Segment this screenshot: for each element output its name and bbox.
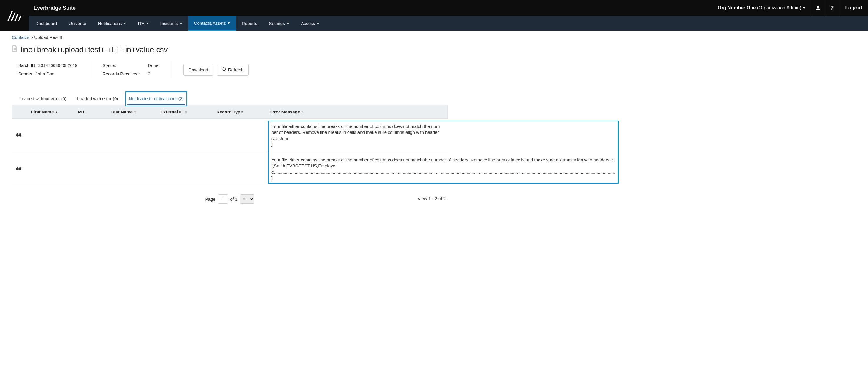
chevron-down-icon bbox=[227, 22, 230, 24]
error-message-cell: Your file either contains line breaks or… bbox=[269, 155, 617, 183]
file-icon bbox=[12, 45, 18, 54]
col-error-message[interactable]: Error Message⇅ bbox=[270, 109, 443, 114]
svg-rect-6 bbox=[17, 167, 18, 168]
user-icon[interactable] bbox=[811, 0, 825, 16]
tab-label: Loaded with error (0) bbox=[77, 96, 118, 101]
help-icon[interactable]: ? bbox=[825, 0, 839, 16]
chevron-down-icon bbox=[317, 23, 319, 24]
page-of: of 1 bbox=[230, 197, 238, 202]
nav-ita[interactable]: ITA bbox=[132, 16, 154, 31]
breadcrumb-sep: > bbox=[30, 35, 33, 40]
status-label: Status: bbox=[102, 63, 116, 68]
col-first-name[interactable]: First Name bbox=[31, 109, 78, 114]
records-value: 2 bbox=[148, 71, 150, 76]
sort-asc-icon bbox=[55, 111, 58, 114]
nav-label: Access bbox=[301, 21, 315, 26]
logo-icon bbox=[6, 9, 23, 22]
table-row: Your file either contains line breaks or… bbox=[12, 152, 447, 186]
svg-point-1 bbox=[19, 134, 22, 137]
refresh-icon bbox=[222, 67, 226, 72]
nav-contacts-assets[interactable]: Contacts/Assets bbox=[188, 16, 236, 31]
upload-meta: Batch ID: 3014766394082619 Sender: John … bbox=[12, 60, 447, 84]
button-label: Refresh bbox=[228, 67, 244, 72]
nav-label: Incidents bbox=[160, 21, 178, 26]
chevron-down-icon bbox=[287, 23, 289, 24]
batch-id-label: Batch ID: bbox=[18, 63, 36, 68]
org-name: Org Number One bbox=[718, 5, 756, 10]
col-last-name[interactable]: Last Name⇅ bbox=[111, 109, 160, 114]
error-text: Your file either contains line breaks or… bbox=[272, 124, 440, 147]
page-input[interactable] bbox=[218, 194, 228, 204]
sender-value: John Doe bbox=[36, 71, 55, 76]
records-label: Records Received: bbox=[102, 71, 140, 76]
chevron-down-icon bbox=[803, 7, 805, 9]
tab-not-loaded-critical[interactable]: Not loaded - critical error (2) bbox=[127, 93, 185, 105]
sort-icon: ⇅ bbox=[134, 111, 136, 114]
org-switcher[interactable]: Org Number One (Organization Admin) bbox=[713, 0, 811, 16]
divider bbox=[171, 61, 171, 78]
error-message-cell: Your file either contains line breaks or… bbox=[269, 122, 443, 149]
svg-rect-7 bbox=[20, 167, 21, 168]
download-button[interactable]: Download bbox=[183, 64, 213, 76]
page-label: Page bbox=[205, 197, 215, 202]
main-nav: Dashboard Universe Notifications ITA Inc… bbox=[0, 16, 868, 31]
breadcrumb: Contacts > Upload Result bbox=[12, 35, 447, 40]
brand-title: Everbridge Suite bbox=[34, 5, 76, 11]
col-label: Error Message bbox=[270, 109, 300, 114]
col-label: Record Type bbox=[216, 109, 243, 114]
tab-label: Not loaded - critical error (2) bbox=[129, 96, 184, 101]
button-label: Download bbox=[188, 67, 208, 72]
tab-loaded-without-error[interactable]: Loaded without error (0) bbox=[18, 93, 68, 105]
logout-link[interactable]: Logout bbox=[839, 0, 868, 16]
nav-access[interactable]: Access bbox=[295, 16, 325, 31]
table-row: Your file either contains line breaks or… bbox=[12, 119, 447, 152]
view-record-icon[interactable] bbox=[16, 166, 31, 172]
col-label: M.I. bbox=[78, 109, 85, 114]
breadcrumb-current: Upload Result bbox=[34, 35, 62, 40]
view-record-icon[interactable] bbox=[16, 132, 31, 139]
nav-label: Universe bbox=[69, 21, 86, 26]
sort-icon: ⇅ bbox=[185, 111, 187, 114]
view-range: View 1 - 2 of 2 bbox=[417, 196, 446, 201]
col-external-id[interactable]: External ID⇅ bbox=[160, 109, 216, 114]
chevron-down-icon bbox=[124, 23, 126, 24]
error-text: Your file either contains line breaks or… bbox=[272, 157, 615, 180]
svg-rect-2 bbox=[17, 133, 18, 135]
sort-icon: ⇅ bbox=[301, 111, 304, 114]
svg-point-5 bbox=[19, 168, 22, 170]
nav-label: Notifications bbox=[98, 21, 122, 26]
table-header-row: First Name M.I. Last Name⇅ External ID⇅ … bbox=[12, 105, 447, 119]
svg-rect-3 bbox=[20, 133, 21, 135]
nav-notifications[interactable]: Notifications bbox=[92, 16, 132, 31]
pagination: Page of 1 25 View 1 - 2 of 2 bbox=[12, 194, 447, 204]
col-record-type[interactable]: Record Type bbox=[216, 109, 270, 114]
nav-settings[interactable]: Settings bbox=[263, 16, 295, 31]
nav-label: Settings bbox=[269, 21, 285, 26]
nav-label: Reports bbox=[242, 21, 257, 26]
tab-loaded-with-error[interactable]: Loaded with error (0) bbox=[76, 93, 119, 105]
nav-incidents[interactable]: Incidents bbox=[155, 16, 188, 31]
chevron-down-icon bbox=[180, 23, 182, 24]
nav-dashboard[interactable]: Dashboard bbox=[29, 16, 63, 31]
col-label: Last Name bbox=[111, 109, 133, 114]
chevron-down-icon bbox=[146, 23, 149, 24]
result-tabs: Loaded without error (0) Loaded with err… bbox=[12, 93, 447, 105]
nav-reports[interactable]: Reports bbox=[236, 16, 263, 31]
tab-label: Loaded without error (0) bbox=[20, 96, 66, 101]
top-header: Everbridge Suite Org Number One (Organiz… bbox=[0, 0, 868, 16]
results-table: First Name M.I. Last Name⇅ External ID⇅ … bbox=[12, 105, 447, 186]
nav-label: Dashboard bbox=[35, 21, 57, 26]
nav-universe[interactable]: Universe bbox=[63, 16, 92, 31]
nav-label: Contacts/Assets bbox=[194, 21, 226, 26]
nav-label: ITA bbox=[138, 21, 144, 26]
org-role: (Organization Admin) bbox=[757, 5, 801, 10]
page-title: line+break+upload+test+-+LF+in+value.csv bbox=[12, 45, 447, 54]
col-mi[interactable]: M.I. bbox=[78, 109, 111, 114]
breadcrumb-contacts[interactable]: Contacts bbox=[12, 35, 29, 40]
refresh-button[interactable]: Refresh bbox=[217, 64, 249, 76]
svg-point-4 bbox=[16, 168, 19, 170]
col-label: External ID bbox=[160, 109, 183, 114]
page-title-text: line+break+upload+test+-+LF+in+value.csv bbox=[21, 45, 167, 54]
page-size-select[interactable]: 25 bbox=[240, 194, 254, 204]
brand-logo bbox=[0, 0, 29, 31]
